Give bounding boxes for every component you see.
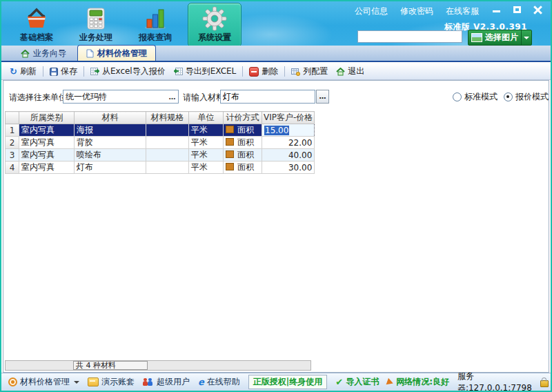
radio-standard-mode[interactable]: 标准模式	[453, 91, 497, 103]
statusbar: 材料价格管理 演示账套 超级用户 e 在线帮助 正版授权|终身使用 ✔ 导入证书…	[1, 373, 551, 391]
tab-business-wizard[interactable]: 业务向导	[12, 46, 75, 61]
col-category[interactable]: 所属类别	[19, 112, 75, 124]
column-config-button[interactable]: 列配置	[287, 64, 332, 79]
import-excel-button[interactable]: 从Excel导入报价	[86, 64, 170, 79]
online-support-link[interactable]: 在线客服	[446, 6, 479, 17]
spec-cell[interactable]	[146, 161, 189, 174]
table-row[interactable]: 1 室内写真 海报 平米 面积 15.00	[6, 124, 315, 137]
table-row[interactable]: 2 室内写真 背胶 平米 面积 22.00	[6, 137, 315, 149]
tabbar: 业务向导 材料价格管理	[1, 46, 551, 62]
vendor-browse-icon[interactable]: …	[167, 93, 178, 101]
area-swatch-icon	[226, 138, 234, 146]
col-unit[interactable]: 单位	[189, 112, 224, 124]
radio-icon	[453, 92, 462, 101]
pick-image-label: 选择图片	[482, 32, 521, 43]
home-icon	[21, 50, 30, 58]
pick-image-button[interactable]: 选择图片	[468, 30, 532, 46]
col-spec[interactable]: 材料规格	[146, 112, 189, 124]
col-rownum[interactable]	[6, 112, 19, 124]
price-cell[interactable]: 22.00	[262, 137, 315, 149]
spec-cell[interactable]	[146, 137, 189, 149]
content-panel: 请选择往来单位 统一优玛特 … 请输入材料 … 标准模式 报价模式	[3, 80, 549, 373]
maximize-icon[interactable]	[513, 6, 522, 14]
nav-business[interactable]: 业务处理	[69, 3, 123, 46]
col-material[interactable]: 材料	[75, 112, 146, 124]
category-cell[interactable]: 室内写真	[19, 149, 75, 161]
material-input[interactable]	[220, 90, 315, 104]
price-cell[interactable]: 30.00	[262, 161, 315, 174]
col-pricing[interactable]: 计价方式	[224, 112, 262, 124]
minimize-icon[interactable]	[492, 6, 501, 14]
nav-basic-files[interactable]: 基础档案	[10, 3, 63, 46]
grid-footer: 共 4 种材料	[5, 360, 311, 371]
material-cell[interactable]: 背胶	[75, 137, 146, 149]
radio-label: 报价模式	[515, 91, 549, 103]
pricing-cell[interactable]: 面积	[224, 137, 262, 149]
pricing-cell[interactable]: 面积	[224, 161, 262, 174]
col-vip-price[interactable]: VIP客户-价格	[262, 112, 315, 124]
vendor-label: 请选择往来单位	[9, 92, 67, 104]
online-help-item[interactable]: e 在线帮助	[198, 376, 240, 388]
spec-cell[interactable]	[146, 149, 189, 161]
change-password-link[interactable]: 修改密码	[400, 6, 433, 17]
radio-quote-mode[interactable]: 报价模式	[504, 91, 549, 103]
unit-cell[interactable]: 平米	[189, 124, 224, 137]
dropdown-caret-icon[interactable]	[521, 30, 531, 45]
network-status-item[interactable]: 网络情况:良好	[387, 376, 449, 388]
pricing-cell[interactable]: 面积	[224, 149, 262, 161]
spec-cell[interactable]	[146, 124, 189, 137]
network-label: 网络情况:良好	[396, 376, 449, 388]
basket-icon	[10, 6, 63, 32]
image-path-input[interactable]	[357, 30, 462, 43]
nav-label: 业务处理	[70, 32, 122, 43]
price-cell-editing[interactable]: 15.00	[262, 124, 315, 137]
server-address: 服务器:127.0.0.1:7798	[457, 371, 532, 392]
unit-cell[interactable]: 平米	[189, 161, 224, 174]
lock-icon	[540, 380, 549, 387]
vendor-value: 统一优玛特	[63, 91, 167, 103]
save-button[interactable]: 保存	[46, 64, 81, 79]
vendor-combo[interactable]: 统一优玛特 …	[63, 90, 179, 104]
price-cell[interactable]: 40.00	[262, 149, 315, 161]
material-cell[interactable]: 喷绘布	[75, 149, 146, 161]
account-item[interactable]: 演示账套	[88, 376, 135, 388]
module-menu[interactable]: 材料价格管理	[8, 376, 79, 388]
nav-reports[interactable]: 报表查询	[128, 3, 182, 46]
button-label: 删除	[262, 66, 278, 77]
pricing-cell[interactable]: 面积	[224, 124, 262, 137]
category-cell[interactable]: 室内写真	[19, 161, 75, 174]
check-icon: ✔	[335, 378, 343, 386]
import-cert-item[interactable]: ✔ 导入证书	[335, 376, 379, 388]
tab-label: 材料价格管理	[97, 48, 147, 59]
picture-icon	[471, 33, 482, 42]
titlebar: 公司信息 修改密码 在线客服 标准版 V2.3.0.391	[1, 1, 551, 46]
delete-button[interactable]: 删除	[245, 64, 282, 79]
unit-cell[interactable]: 平米	[189, 149, 224, 161]
category-cell[interactable]: 室内写真	[19, 124, 75, 137]
nav-system-settings[interactable]: 系统设置	[188, 3, 241, 46]
grid-header-row: 所属类别 材料 材料规格 单位 计价方式 VIP客户-价格	[6, 112, 315, 124]
area-swatch-icon	[226, 126, 234, 133]
lock-screen-item[interactable]: 锁屏	[540, 376, 552, 388]
table-row[interactable]: 3 室内写真 喷绘布 平米 面积 40.00	[6, 149, 315, 161]
refresh-button[interactable]: ↻ 刷新	[6, 64, 41, 79]
close-icon[interactable]	[533, 6, 542, 14]
unit-cell[interactable]: 平米	[189, 137, 224, 149]
module-label: 材料价格管理	[20, 376, 70, 388]
button-label: 列配置	[303, 66, 328, 77]
company-info-link[interactable]: 公司信息	[355, 6, 388, 17]
nav-label: 系统设置	[188, 32, 241, 43]
titlebar-links: 公司信息 修改密码 在线客服	[355, 6, 479, 17]
tab-material-price[interactable]: 材料价格管理	[77, 45, 156, 61]
help-label: 在线帮助	[207, 376, 240, 388]
chart-icon	[129, 6, 181, 32]
category-cell[interactable]: 室内写真	[19, 137, 75, 149]
material-cell[interactable]: 海报	[75, 124, 146, 137]
exit-button[interactable]: 退出	[332, 64, 368, 79]
table-row[interactable]: 4 室内写真 灯布 平米 面积 30.00	[6, 161, 315, 174]
user-item[interactable]: 超级用户	[143, 376, 190, 388]
material-cell[interactable]: 灯布	[75, 161, 146, 174]
export-excel-button[interactable]: 导出到EXCEL	[170, 64, 241, 79]
button-label: 退出	[348, 66, 364, 77]
material-browse-button[interactable]: …	[316, 90, 329, 104]
